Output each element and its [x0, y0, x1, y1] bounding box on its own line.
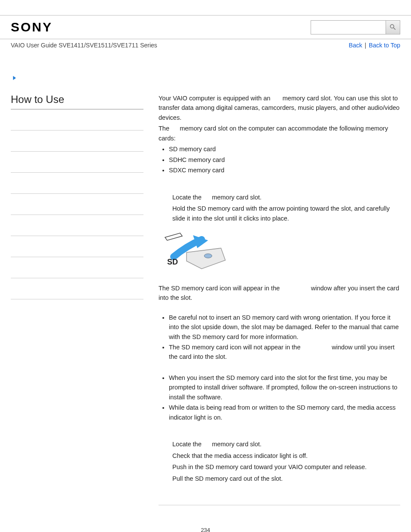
article-body: Your VAIO computer is equipped with an m…	[143, 93, 400, 505]
step: Push in the SD memory card toward your V…	[159, 462, 400, 472]
sony-logo: SONY	[11, 20, 53, 34]
list-item: SDXC memory card	[169, 165, 400, 175]
step: Locate the memory card slot.	[159, 439, 400, 449]
svg-text:SD: SD	[167, 258, 178, 266]
chevron-right-icon	[11, 75, 411, 83]
step: Hold the SD memory card with the arrow p…	[159, 204, 400, 223]
compatible-cards-list: SD memory card SDHC memory card SDXC mem…	[159, 144, 400, 175]
list-item: Be careful not to insert an SD memory ca…	[169, 313, 400, 342]
search-button[interactable]	[386, 20, 400, 34]
horizontal-rule	[159, 505, 400, 505]
page-number: 234	[0, 527, 411, 532]
step-text: Hold the SD memory card with the arrow p…	[172, 204, 400, 223]
back-to-top-link[interactable]: Back to Top	[369, 42, 400, 49]
sidebar-item[interactable]	[11, 257, 143, 278]
step-text: Locate the memory card slot.	[172, 439, 400, 449]
sidebar-item[interactable]	[11, 215, 143, 236]
list-item: While data is being read from or written…	[169, 403, 400, 422]
sidebar-item[interactable]	[11, 131, 143, 152]
sidebar-item[interactable]	[11, 173, 143, 194]
list-item: When you insert the SD memory card into …	[169, 373, 400, 402]
intro-paragraph: Your VAIO computer is equipped with an m…	[159, 93, 400, 122]
step-text: Push in the SD memory card toward your V…	[172, 462, 400, 472]
list-item: The SD memory card icon will not appear …	[169, 342, 400, 362]
list-item: SD memory card	[169, 144, 400, 154]
breadcrumb: VAIO User Guide SVE1411/SVE1511/SVE1711 …	[11, 42, 157, 49]
step: Check that the media access indicator li…	[159, 451, 400, 460]
sidebar-item[interactable]	[11, 236, 143, 257]
step: Pull the SD memory card out of the slot.	[159, 474, 400, 483]
nav-links: Back | Back to Top	[349, 42, 400, 49]
notes-list: When you insert the SD memory card into …	[159, 373, 400, 422]
sidebar: How to Use	[11, 93, 143, 505]
sidebar-item[interactable]	[11, 194, 143, 215]
back-link[interactable]: Back	[349, 42, 362, 49]
search-input[interactable]	[311, 20, 386, 34]
sidebar-item[interactable]	[11, 278, 143, 299]
intro-paragraph: The memory card slot on the computer can…	[159, 124, 400, 143]
step: Locate the memory card slot.	[159, 193, 400, 202]
after-insert-text: The SD memory card icon will appear in t…	[159, 283, 400, 303]
step-text: Pull the SD memory card out of the slot.	[172, 474, 400, 483]
sidebar-item[interactable]	[11, 152, 143, 173]
link-separator: |	[363, 42, 368, 49]
search-box	[311, 20, 400, 34]
caution-list: Be careful not to insert an SD memory ca…	[159, 313, 400, 362]
sidebar-item[interactable]	[11, 109, 143, 131]
step-text: Check that the media access indicator li…	[172, 451, 400, 460]
search-icon	[389, 23, 397, 31]
sd-card-illustration: SD	[161, 231, 400, 274]
svg-point-0	[204, 254, 212, 258]
list-item: SDHC memory card	[169, 155, 400, 165]
step-text: Locate the memory card slot.	[172, 193, 400, 202]
page-title: How to Use	[11, 93, 143, 109]
